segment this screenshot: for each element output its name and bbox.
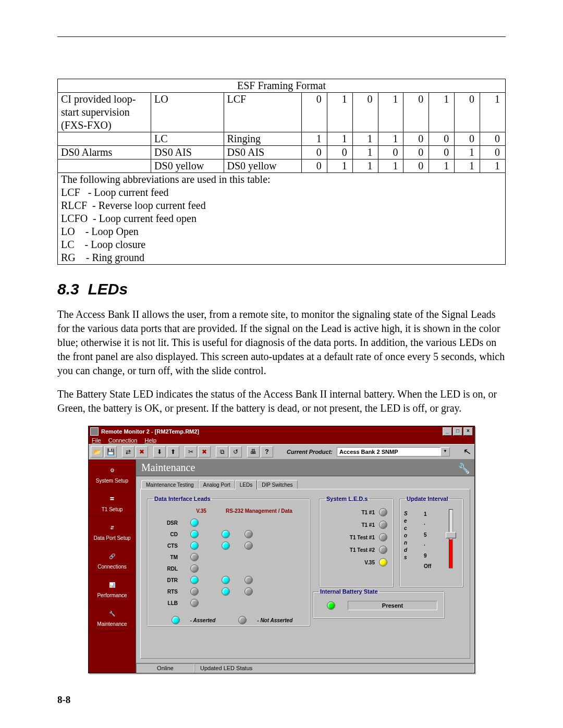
top-rule	[57, 36, 506, 37]
battery-state-group: Internal Battery State Present	[313, 588, 444, 618]
led-icon	[222, 576, 230, 584]
system-led-label: T1 Test #2	[350, 547, 375, 553]
system-led-row: T1 #1	[325, 519, 387, 531]
tab-leds[interactable]: LEDs	[235, 480, 257, 489]
toolbar: 📂 💾 ⇄ ✖ ⬇ ⬆ ✂ ✖ ⧉ ↺ 🖶 ? Current Product:	[89, 444, 474, 460]
tool-undo-icon[interactable]: ↺	[229, 446, 242, 458]
battery-led-icon	[327, 601, 335, 610]
lead-label: CTS	[153, 543, 183, 549]
sidebar-item-t1-setup[interactable]: 〓T1 Setup	[89, 488, 136, 517]
titlebar[interactable]: Remote Monitor 2 - [RM2Temp.RM2] _ □ ×	[89, 426, 474, 437]
sidebar-icon: 🔗	[104, 550, 120, 562]
led-icon	[190, 553, 199, 561]
tool-download-icon[interactable]: ⬇	[153, 446, 166, 458]
esf-bit: 1	[301, 132, 327, 146]
sidebar-label: System Setup	[90, 478, 134, 484]
led-icon	[190, 587, 199, 596]
tool-cut-icon[interactable]: ✂	[185, 446, 197, 458]
sidebar-item-system-setup[interactable]: ⚙System Setup	[89, 460, 136, 488]
led-icon	[190, 530, 199, 538]
interval-scale-label: Seconds	[404, 510, 408, 561]
esf-c3: DS0 AIS	[224, 146, 301, 159]
tool-connect-icon[interactable]: ⇄	[122, 446, 134, 458]
leads-legend: Data Interface Leads	[153, 496, 212, 502]
esf-bit: 0	[301, 146, 327, 159]
system-led-row: T1 #1	[325, 506, 387, 519]
esf-bit: 1	[327, 132, 352, 146]
led-icon	[190, 599, 199, 607]
menubar: File Connection Help	[89, 437, 474, 444]
esf-c1	[58, 159, 151, 173]
product-label: Current Product:	[287, 449, 333, 455]
led-icon	[190, 576, 199, 584]
sidebar-item-maintenance[interactable]: 🔧Maintenance	[89, 603, 136, 632]
menu-connection[interactable]: Connection	[108, 437, 138, 443]
sidebar-item-connections[interactable]: 🔗Connections	[89, 546, 136, 574]
esf-bit: 0	[301, 159, 327, 173]
tool-disconnect-icon[interactable]: ✖	[136, 446, 148, 458]
interval-ticks: 1 · 5 · 9 Off	[424, 509, 431, 572]
esf-c1: DS0 Alarms	[58, 146, 151, 159]
esf-bit: 0	[403, 159, 429, 173]
esf-bit: 0	[403, 132, 429, 146]
tab-analog-port[interactable]: Analog Port	[199, 480, 235, 489]
led-icon	[244, 530, 253, 538]
section-heading: 8.3 LEDs	[57, 280, 506, 298]
menu-help[interactable]: Help	[144, 437, 156, 443]
lead-label: CD	[153, 532, 183, 537]
interval-slider[interactable]	[449, 509, 453, 569]
legend-led-on-icon	[172, 616, 180, 624]
led-icon	[379, 508, 387, 516]
esf-bit: 1	[352, 159, 378, 173]
esf-bit: 0	[455, 132, 480, 146]
lead-label: TM	[153, 554, 183, 560]
esf-bit: 1	[352, 132, 378, 146]
tool-open-icon[interactable]: 📂	[91, 446, 103, 458]
esf-bit: 1	[327, 159, 352, 173]
tool-paste-icon[interactable]: ⧉	[216, 446, 228, 458]
tab-panel: Data Interface Leads V.35 RS-232 Managem…	[140, 489, 470, 659]
esf-bit: 1	[429, 159, 455, 173]
sidebar-item-performance[interactable]: 📊Performance	[89, 574, 136, 603]
sidebar-label: Data Port Setup	[90, 535, 134, 541]
window-title: Remote Monitor 2 - [RM2Temp.RM2]	[101, 428, 199, 435]
tool-print-icon[interactable]: 🖶	[247, 446, 260, 458]
lead-label: DTR	[153, 577, 183, 583]
system-leds-legend: System L.E.D.s	[325, 496, 369, 502]
system-led-row: T1 Test #2	[325, 544, 387, 556]
esf-bit: 0	[301, 93, 327, 132]
interval-legend: Update Interval	[405, 496, 449, 502]
chevron-down-icon[interactable]: ▼	[440, 447, 450, 456]
tab-dip-switches[interactable]: DIP Switches	[257, 480, 297, 489]
tool-copy-icon[interactable]: ✖	[198, 446, 211, 458]
esf-bit: 0	[352, 93, 378, 132]
tool-upload-icon[interactable]: ⬆	[167, 446, 179, 458]
esf-bit: 1	[378, 159, 403, 173]
esf-c3: Ringing	[224, 132, 301, 146]
leads-col-v35: V.35	[188, 508, 214, 514]
tool-save-icon[interactable]: 💾	[104, 446, 117, 458]
sidebar-label: Connections	[90, 564, 134, 570]
legend-led-off-icon	[238, 616, 247, 624]
esf-bit: 0	[480, 132, 506, 146]
maximize-button[interactable]: □	[453, 427, 462, 436]
lead-label: RTS	[153, 589, 183, 595]
lead-row-rts: RTS	[153, 586, 304, 597]
esf-bit: 0	[455, 93, 480, 132]
led-icon	[379, 533, 387, 541]
esf-c2: DS0 AIS	[151, 146, 224, 159]
data-interface-leads-group: Data Interface Leads V.35 RS-232 Managem…	[147, 496, 310, 626]
wrench-icon: 🔧	[458, 462, 469, 474]
tool-help-icon[interactable]: ?	[261, 446, 273, 458]
menu-file[interactable]: File	[92, 437, 101, 443]
lead-row-dsr: DSR	[153, 517, 304, 528]
tab-maintenance-testing[interactable]: Maintenance Testing	[141, 480, 199, 489]
close-button[interactable]: ×	[463, 427, 473, 436]
slider-thumb[interactable]	[446, 532, 456, 538]
esf-bit: 0	[378, 146, 403, 159]
esf-footer: The following abbreviations are used in …	[58, 173, 506, 265]
minimize-button[interactable]: _	[443, 427, 452, 436]
sidebar-item-data-port-setup[interactable]: ⇵Data Port Setup	[89, 517, 136, 546]
product-combo[interactable]: Access Bank 2 SNMP ▼	[337, 447, 450, 456]
esf-bit: 1	[378, 132, 403, 146]
